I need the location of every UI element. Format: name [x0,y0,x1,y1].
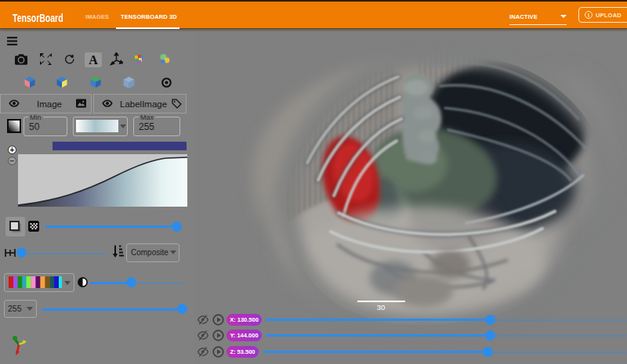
svg-text:30: 30 [377,303,386,312]
